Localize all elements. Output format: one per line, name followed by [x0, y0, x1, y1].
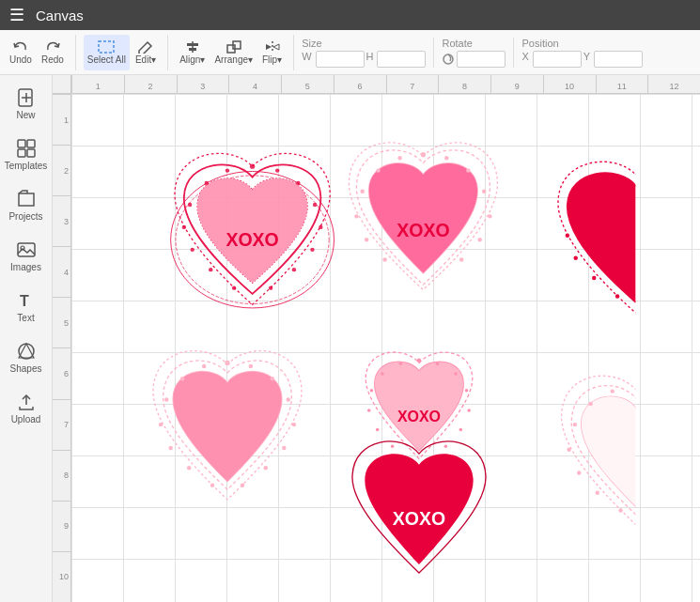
canvas-area[interactable]: 1 2 3 4 5 6 7 8 9 10 11 12 1 2 3 4 5	[53, 75, 700, 602]
svg-point-85	[376, 428, 380, 432]
svg-point-71	[264, 466, 268, 470]
align-group: Align▾ Arrange▾ Flip▾	[176, 35, 294, 70]
heart-1[interactable]: XOXO	[171, 153, 334, 308]
canvas-grid[interactable]: XOXO	[71, 94, 700, 602]
svg-point-28	[205, 181, 209, 185]
svg-point-84	[459, 428, 463, 432]
edit-button[interactable]: Edit▾	[132, 35, 160, 70]
ruler-tick-h: 3	[177, 75, 229, 93]
svg-point-81	[370, 389, 374, 393]
svg-point-83	[367, 409, 371, 412]
svg-point-93	[577, 471, 581, 474]
svg-rect-15	[18, 149, 25, 157]
h-label: H	[366, 51, 374, 68]
sidebar-item-projects[interactable]: Projects	[3, 180, 50, 229]
select-all-button[interactable]: Select All	[84, 35, 130, 70]
align-button[interactable]: Align▾	[176, 35, 209, 70]
sidebar-item-templates[interactable]: Templates	[3, 130, 50, 178]
undo-label: Undo	[9, 54, 32, 65]
svg-point-67	[292, 423, 296, 426]
undo-redo-group: Undo Redo	[6, 35, 76, 70]
align-label: Align▾	[179, 54, 205, 65]
select-all-label: Select All	[87, 54, 126, 65]
svg-point-45	[360, 190, 364, 193]
svg-point-35	[292, 268, 296, 271]
ruler-tick-h: 7	[386, 75, 439, 93]
svg-point-42	[466, 168, 470, 172]
heart-3[interactable]	[558, 162, 700, 313]
svg-point-47	[354, 214, 358, 218]
sidebar-item-shapes-label: Shapes	[10, 363, 42, 374]
sidebar-item-images[interactable]: Images	[3, 231, 50, 280]
svg-point-38	[232, 286, 236, 289]
x-input[interactable]	[533, 51, 582, 68]
sidebar-item-upload[interactable]: Upload	[3, 383, 50, 432]
rotate-group: Rotate	[442, 38, 514, 68]
height-input[interactable]	[377, 51, 426, 68]
svg-point-20	[19, 344, 34, 359]
edit-label: Edit▾	[135, 54, 156, 65]
heart-2-text: XOXO	[397, 220, 449, 240]
sidebar-item-text[interactable]: T Text	[3, 282, 50, 331]
ruler-h-ticks: 1 2 3 4 5 6 7 8 9 10 11 12	[71, 75, 700, 93]
redo-button[interactable]: Redo	[38, 35, 68, 70]
ruler-tick-h: 11	[596, 75, 648, 93]
svg-point-36	[209, 268, 212, 271]
svg-point-46	[488, 214, 491, 218]
svg-point-37	[269, 286, 272, 289]
svg-point-50	[459, 257, 463, 261]
heart-6[interactable]: XOXO	[352, 441, 486, 573]
ruler-tick-v: 5	[53, 297, 70, 347]
svg-point-29	[313, 203, 317, 207]
svg-point-24	[250, 163, 255, 168]
svg-rect-2	[187, 43, 198, 46]
heart-5[interactable]: XOXO	[366, 352, 473, 458]
svg-point-57	[573, 255, 577, 259]
svg-point-51	[382, 257, 386, 261]
ruler-tick-v: 2	[53, 145, 70, 195]
svg-point-89	[611, 389, 614, 393]
heart-7[interactable]	[562, 376, 700, 524]
ruler-tick-h: 8	[438, 75, 490, 93]
svg-point-72	[187, 466, 191, 470]
ruler-tick-h: 9	[490, 75, 543, 93]
rotate-input[interactable]	[457, 51, 506, 68]
sidebar-item-templates-label: Templates	[5, 161, 48, 171]
projects-icon	[16, 189, 37, 209]
sidebar: New Templates Projects	[0, 75, 53, 602]
svg-point-95	[618, 508, 622, 512]
undo-button[interactable]: Undo	[6, 35, 36, 70]
heart-2[interactable]: XOXO	[349, 143, 497, 290]
flip-button[interactable]: Flip▾	[258, 35, 286, 70]
svg-point-30	[188, 203, 192, 207]
ruler-tick-h: 10	[543, 75, 596, 93]
templates-icon	[16, 138, 37, 159]
svg-point-55	[571, 211, 575, 215]
svg-rect-0	[99, 41, 114, 53]
svg-point-64	[180, 377, 184, 380]
x-label: X	[521, 51, 528, 68]
upload-icon	[16, 392, 37, 412]
toolbar: Undo Redo Select All Edit▾ Align▾ Arrang…	[0, 30, 700, 75]
select-group: Select All Edit▾	[84, 35, 168, 70]
svg-point-9	[443, 54, 453, 64]
ruler-tick-h: 12	[647, 75, 700, 93]
ruler-tick-v: 8	[53, 450, 70, 501]
svg-rect-16	[27, 149, 35, 157]
arrange-button[interactable]: Arrange▾	[210, 35, 257, 70]
sidebar-item-shapes[interactable]: Shapes	[3, 332, 50, 381]
ruler-tick-v: 7	[53, 399, 70, 450]
sidebar-item-new[interactable]: New	[3, 79, 50, 128]
width-input[interactable]	[316, 51, 365, 68]
svg-point-32	[182, 225, 186, 229]
svg-point-34	[191, 248, 194, 252]
menu-button[interactable]: ☰	[9, 5, 24, 25]
y-input[interactable]	[594, 51, 643, 68]
heart-4[interactable]	[153, 351, 302, 500]
svg-point-48	[478, 238, 482, 241]
heart-5-text: XOXO	[397, 409, 441, 424]
ruler-v-ticks: 1 2 3 4 5 6 7 8 9 10	[53, 94, 70, 602]
svg-point-80	[465, 389, 469, 393]
main-layout: New Templates Projects	[0, 75, 700, 602]
svg-point-77	[399, 363, 403, 366]
